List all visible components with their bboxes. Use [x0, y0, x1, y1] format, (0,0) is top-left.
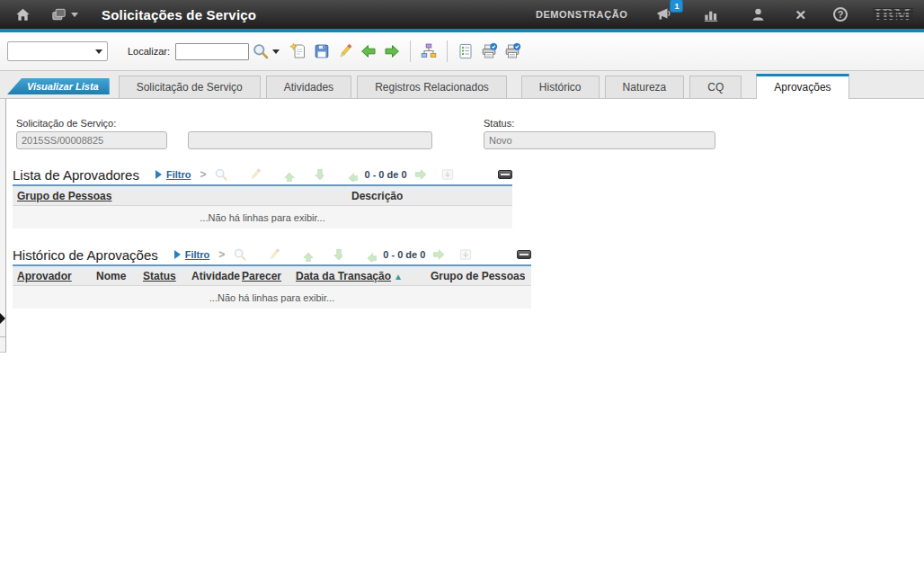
history-table-title: Histórico de Aprovações [13, 247, 158, 263]
close-icon[interactable]: ✕ [795, 8, 806, 22]
search-button[interactable] [249, 40, 272, 63]
history-empty-row: ...Não há linhas para exibir... [13, 286, 531, 309]
reports-button[interactable] [454, 40, 477, 63]
status-field[interactable] [484, 131, 715, 149]
column-aprovador[interactable]: Aprovador [17, 270, 96, 282]
titlebar-right-group: DEMONSTRAÇÃO 1 ✕ ? IBM [536, 4, 911, 24]
previous-record-button[interactable] [357, 40, 380, 63]
column-atividade: Atividade [191, 270, 242, 282]
column-status[interactable]: Status [143, 270, 191, 282]
help-glyph: ? [838, 9, 844, 20]
clear-changes-button[interactable] [333, 40, 357, 63]
announcements-button[interactable]: 1 [654, 4, 674, 24]
ibm-logo: IBM [875, 6, 911, 23]
tab-historico[interactable]: Histórico [521, 76, 600, 98]
print-button[interactable] [477, 40, 501, 63]
tab-aprovacoes[interactable]: Aprovações [756, 74, 848, 99]
profile-button[interactable] [748, 4, 768, 24]
tab-visualizar-lista[interactable]: Visualizar Lista [7, 78, 110, 94]
bar-chart-icon [703, 6, 720, 23]
filter-expand-icon[interactable] [174, 250, 181, 259]
pagination-label: 0 - 0 de 0 [364, 169, 406, 180]
person-icon [750, 6, 767, 23]
move-up-icon [300, 246, 316, 263]
table-search-icon [213, 166, 229, 183]
minimize-table-icon[interactable] [498, 170, 512, 179]
approval-history-table: Histórico de Aprovações Filtro > 0 - 0 d… [13, 245, 531, 309]
status-label: Status: [484, 118, 514, 129]
side-panel-expander-icon[interactable] [0, 313, 5, 324]
prev-page-icon [342, 166, 359, 183]
side-panel-strip [0, 99, 6, 353]
download-icon [440, 166, 456, 183]
column-data-label[interactable]: Data da Transação [296, 270, 391, 282]
filter-expand-icon[interactable] [155, 170, 162, 179]
main-toolbar: Localizar: [0, 32, 924, 71]
tab-solicitacao-de-servico[interactable]: Solicitação de Serviço [119, 76, 261, 98]
environment-label: DEMONSTRAÇÃO [536, 9, 628, 20]
help-icon[interactable]: ? [833, 7, 848, 22]
print-with-attachments-button[interactable] [501, 40, 524, 63]
printer-icon [480, 42, 498, 60]
printer-attachments-icon [503, 42, 521, 60]
goto-caret-icon [71, 13, 78, 17]
table-edit-icon [247, 166, 263, 183]
workflow-button[interactable] [417, 40, 440, 63]
workflow-icon [420, 42, 438, 60]
side-panel-divider [0, 336, 5, 337]
approvers-column-headers: Grupo de Pessoas Descrição [13, 186, 512, 206]
search-icon [252, 42, 270, 60]
save-button[interactable] [310, 40, 333, 63]
minimize-table-icon[interactable] [517, 250, 531, 259]
action-select[interactable] [7, 41, 108, 61]
tabbar: Visualizar Lista Solicitação de Serviço … [0, 71, 924, 99]
tab-registros-relacionados[interactable]: Registros Relacionados [357, 76, 507, 98]
arrow-left-icon [360, 42, 378, 60]
goto-menu-button[interactable] [50, 6, 78, 23]
chevron-icon: > [218, 248, 225, 261]
home-icon[interactable] [13, 4, 32, 24]
table-edit-icon [266, 246, 282, 263]
column-nome: Nome [96, 270, 143, 282]
tab-atividades[interactable]: Atividades [266, 76, 351, 98]
localizar-label: Localizar: [128, 46, 170, 57]
approvers-table-header: Lista de Aprovadores Filtro > 0 - 0 de 0 [13, 165, 512, 186]
search-options-caret-icon[interactable] [272, 49, 280, 54]
column-parecer[interactable]: Parecer [242, 270, 296, 282]
tab-natureza[interactable]: Natureza [605, 76, 685, 98]
history-column-headers: Aprovador Nome Status Atividade Parecer … [13, 266, 531, 286]
reports-chart-button[interactable] [701, 4, 721, 24]
move-down-icon [327, 246, 343, 263]
prev-page-icon [361, 246, 378, 263]
filter-link[interactable]: Filtro [166, 169, 191, 180]
save-icon [313, 42, 331, 60]
sr-description-field[interactable] [188, 131, 432, 149]
report-list-icon [457, 42, 475, 60]
column-grupo-de-pessoas: Grupo de Pessoas [431, 270, 525, 282]
next-record-button[interactable] [380, 40, 404, 63]
pagination-label: 0 - 0 de 0 [383, 249, 425, 260]
column-grupo-de-pessoas[interactable]: Grupo de Pessoas [17, 190, 351, 202]
tab-cq[interactable]: CQ [689, 76, 742, 98]
new-record-button[interactable] [287, 40, 310, 63]
page-title: Solicitações de Serviço [102, 7, 256, 22]
localizar-input[interactable] [175, 43, 249, 60]
minimize-bar [520, 254, 529, 255]
new-record-icon [289, 42, 307, 60]
filter-link[interactable]: Filtro [185, 249, 210, 260]
column-data-da-transacao[interactable]: Data da Transação▲ [296, 270, 431, 282]
move-up-icon [281, 166, 298, 183]
toolbar-separator [410, 40, 411, 62]
sort-ascending-icon[interactable]: ▲ [394, 272, 403, 282]
sr-label: Solicitação de Serviço: [16, 118, 116, 129]
sr-id-field[interactable] [16, 131, 167, 149]
chevron-icon: > [200, 168, 206, 181]
next-page-icon [413, 166, 429, 183]
titlebar: Solicitações de Serviço DEMONSTRAÇÃO 1 ✕… [0, 0, 924, 29]
minimize-bar [501, 174, 510, 175]
table-search-icon [232, 246, 248, 263]
approvers-table-title: Lista de Aprovadores [13, 167, 139, 183]
approvers-empty-row: ...Não há linhas para exibir... [13, 206, 512, 228]
move-down-icon [308, 166, 324, 183]
approvers-table: Lista de Aprovadores Filtro > 0 - 0 de 0… [13, 165, 512, 228]
